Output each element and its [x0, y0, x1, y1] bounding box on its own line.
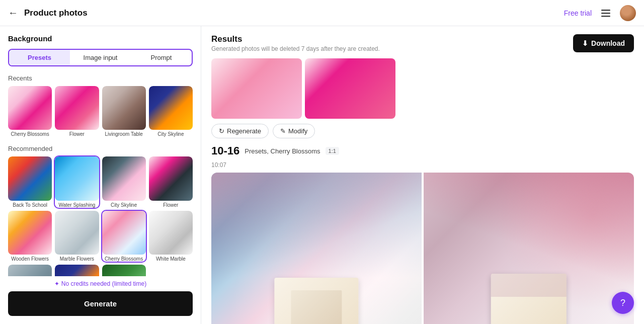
download-icon: ⬇ — [582, 39, 588, 47]
back-button[interactable]: ← — [8, 7, 18, 19]
prev-thumb-1 — [211, 58, 302, 119]
preset-thumb-cityskyline2 — [102, 156, 146, 200]
preset-thumb-cityskyline — [149, 86, 193, 130]
preset-label-flower: Flower — [55, 131, 99, 137]
sidebar-inner: Background Presets Image input Prompt Re… — [0, 26, 201, 276]
result-image-1 — [211, 173, 422, 324]
recommended-grid: Back To School Water Splashing City Skyl… — [8, 156, 193, 276]
preset-thumb-flower — [55, 86, 99, 130]
prev-regenerate-button[interactable]: ↻ Regenerate — [211, 124, 269, 138]
preset-thumb-gray — [8, 265, 52, 276]
avatar-image — [620, 5, 636, 21]
page-title: Product photos — [24, 8, 564, 18]
preset-thumb-livingroom — [102, 86, 146, 130]
preset-label-cityskyline2: City Skyline — [102, 202, 146, 208]
svg-rect-1 — [601, 13, 610, 14]
main-layout: Background Presets Image input Prompt Re… — [0, 26, 644, 324]
prev-modify-label: Modify — [288, 127, 307, 135]
result-aspect-badge: 1:1 — [326, 147, 339, 155]
header-actions: Free trial — [564, 5, 636, 21]
free-trial-link[interactable]: Free trial — [564, 9, 592, 17]
background-tabs: Presets Image input Prompt — [8, 49, 193, 66]
svg-rect-0 — [601, 10, 610, 11]
download-button[interactable]: ⬇ Download — [573, 34, 634, 52]
preset-item-sunset[interactable] — [55, 265, 99, 276]
prev-result-strip — [211, 58, 634, 119]
preset-thumb-whitemarble — [149, 211, 193, 255]
preset-thumb-wooden — [8, 211, 52, 255]
preset-item-cherry[interactable]: Cherry Blossoms — [8, 86, 52, 137]
no-credits-banner: ✦ No credits needed (limited time) — [0, 276, 201, 291]
modify-icon: ✎ — [280, 127, 286, 135]
preset-item-cityskyline2[interactable]: City Skyline — [102, 156, 146, 207]
preset-item-marble[interactable]: Marble Flowers — [55, 211, 99, 262]
regenerate-icon: ↻ — [219, 127, 224, 135]
recents-grid: Cherry Blossoms Flower Livingroom Table … — [8, 86, 193, 137]
preset-item-backtoschool[interactable]: Back To School — [8, 156, 52, 207]
prev-modify-button[interactable]: ✎ Modify — [273, 124, 315, 138]
sidebar: Background Presets Image input Prompt Re… — [0, 26, 201, 324]
prev-thumb-2 — [305, 58, 395, 119]
results-title-group: Results Generated photos will be deleted… — [211, 34, 380, 52]
result-preset: Presets, Cherry Blossoms — [245, 147, 320, 155]
recommended-label: Recommended — [8, 145, 193, 152]
preset-item-flower2[interactable]: Flower — [149, 156, 193, 207]
background-section-title: Background — [8, 34, 193, 43]
preset-label-wooden: Wooden Flowers — [8, 256, 52, 262]
download-label: Download — [591, 39, 625, 47]
prev-regenerate-label: Regenerate — [227, 127, 261, 135]
help-icon: ? — [620, 298, 625, 308]
main-result-grid — [211, 173, 634, 324]
preset-label-watersplashing: Water Splashing — [55, 202, 99, 208]
header: ← Product photos Free trial — [0, 0, 644, 26]
preset-item-livingroom[interactable]: Livingroom Table — [102, 86, 146, 137]
recents-label: Recents — [8, 74, 193, 82]
preset-item-gray[interactable] — [8, 265, 52, 276]
results-area: Results Generated photos will be deleted… — [201, 26, 644, 324]
menu-icon[interactable] — [598, 5, 614, 21]
preset-thumb-marble — [55, 211, 99, 255]
tab-prompt[interactable]: Prompt — [131, 50, 192, 65]
sparkle-icon: ✦ — [54, 280, 59, 287]
preset-thumb-flower2 — [149, 156, 193, 200]
preset-item-watersplashing[interactable]: Water Splashing — [55, 156, 99, 207]
preset-label-cityskyline: City Skyline — [149, 131, 193, 137]
result-img-1 — [211, 173, 422, 324]
preset-item-wooden[interactable]: Wooden Flowers — [8, 211, 52, 262]
preset-thumb-backtoschool — [8, 156, 52, 200]
generate-button[interactable]: Generate — [8, 291, 193, 316]
preset-item-whitemarble[interactable]: White Marble — [149, 211, 193, 262]
preset-thumb-cherry — [8, 86, 52, 130]
preset-thumb-cherryb2 — [102, 211, 146, 255]
preset-label-cherryb2: Cherry Blossoms — [102, 256, 146, 262]
result-range: 10-16 — [211, 144, 239, 157]
preset-label-whitemarble: White Marble — [149, 256, 193, 262]
main-result-header: 10-16 Presets, Cherry Blossoms 1:1 — [211, 144, 634, 157]
results-header: Results Generated photos will be deleted… — [211, 34, 634, 52]
preset-label-marble: Marble Flowers — [55, 256, 99, 262]
tab-image-input[interactable]: Image input — [70, 50, 131, 65]
result-img-2 — [424, 173, 634, 324]
preset-item-flower[interactable]: Flower — [55, 86, 99, 137]
preset-label-flower2: Flower — [149, 202, 193, 208]
preset-thumb-watersplashing — [55, 156, 99, 200]
preset-label-backtoschool: Back To School — [8, 202, 52, 208]
preset-thumb-sunset — [55, 265, 99, 276]
preset-item-cityskyline[interactable]: City Skyline — [149, 86, 193, 137]
preset-label-livingroom: Livingroom Table — [102, 131, 146, 137]
no-credits-label: No credits needed (limited time) — [61, 280, 146, 287]
result-time: 10:07 — [211, 161, 634, 169]
result-image-2 — [424, 173, 634, 324]
prev-action-row: ↻ Regenerate ✎ Modify — [211, 124, 634, 138]
avatar[interactable] — [620, 5, 636, 21]
preset-item-cherryb2[interactable]: Cherry Blossoms — [102, 211, 146, 262]
results-title: Results — [211, 34, 380, 44]
preset-item-forest[interactable] — [102, 265, 146, 276]
tab-presets[interactable]: Presets — [9, 50, 70, 65]
help-button[interactable]: ? — [612, 292, 634, 314]
preset-label-cherry: Cherry Blossoms — [8, 131, 52, 137]
results-subtitle: Generated photos will be deleted 7 days … — [211, 45, 380, 52]
preset-thumb-forest — [102, 265, 146, 276]
svg-rect-2 — [601, 16, 610, 17]
